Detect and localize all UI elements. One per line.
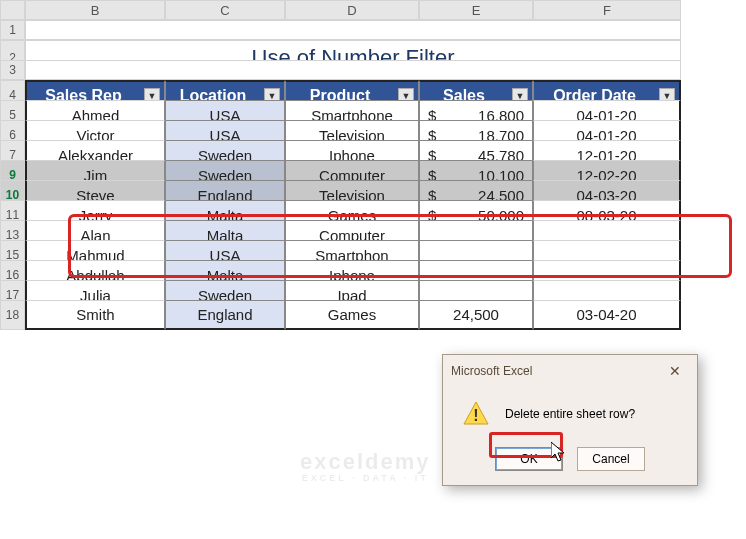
svg-text:!: !	[473, 407, 478, 424]
select-all-corner[interactable]	[0, 0, 25, 20]
cell-sales[interactable]: 24,500	[419, 300, 533, 330]
close-icon[interactable]: ✕	[661, 361, 689, 381]
cancel-button[interactable]: Cancel	[577, 447, 645, 471]
empty-cell[interactable]	[25, 20, 681, 40]
row-header[interactable]: 3	[0, 60, 25, 80]
dialog-message: Delete entire sheet row?	[505, 407, 635, 421]
warning-icon: !	[461, 399, 491, 429]
cell-sales-rep[interactable]: Smith	[25, 300, 165, 330]
col-header-d[interactable]: D	[285, 0, 419, 20]
dialog-body: ! Delete entire sheet row?	[443, 387, 697, 441]
watermark-subtext: EXCEL · DATA · IT	[300, 474, 431, 484]
col-header-f[interactable]: F	[533, 0, 681, 20]
col-header-c[interactable]: C	[165, 0, 285, 20]
col-header-e[interactable]: E	[419, 0, 533, 20]
dialog-buttons: OK Cancel	[443, 441, 697, 485]
cell-order-date[interactable]: 03-04-20	[533, 300, 681, 330]
col-header-b[interactable]: B	[25, 0, 165, 20]
cell-location[interactable]: England	[165, 300, 285, 330]
confirm-dialog: Microsoft Excel ✕ ! Delete entire sheet …	[442, 354, 698, 486]
row-header[interactable]: 18	[0, 300, 25, 330]
ok-button[interactable]: OK	[495, 447, 563, 471]
watermark-text: exceldemy	[300, 450, 431, 474]
cell-product[interactable]: Games	[285, 300, 419, 330]
empty-cell[interactable]	[25, 60, 681, 80]
spreadsheet-grid: B C D E F 1 2 Use of Number Filter 3 4 S…	[0, 0, 746, 320]
dialog-title-text: Microsoft Excel	[451, 364, 532, 378]
dialog-titlebar: Microsoft Excel ✕	[443, 355, 697, 387]
row-header[interactable]: 1	[0, 20, 25, 40]
watermark: exceldemy EXCEL · DATA · IT	[300, 450, 431, 484]
